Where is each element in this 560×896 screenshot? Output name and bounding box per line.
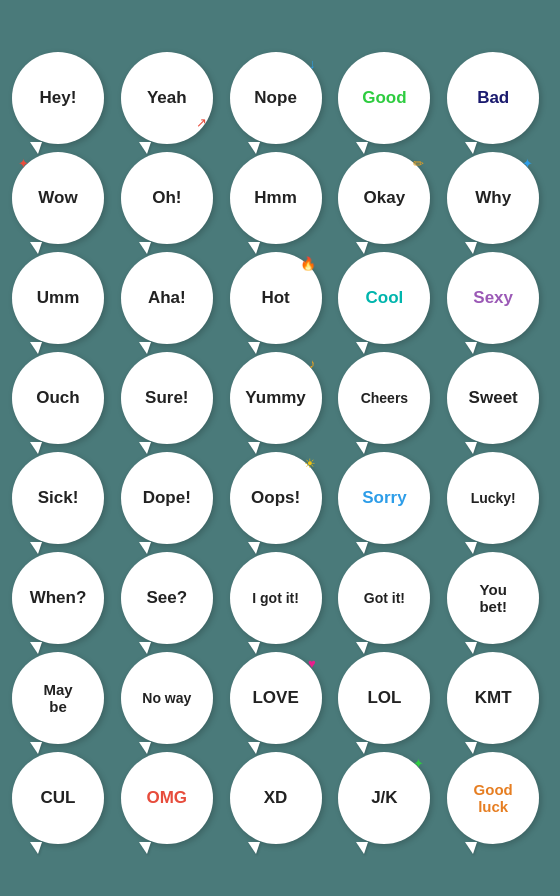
sticker-label: J/K bbox=[371, 788, 397, 808]
sticker-label: Hey! bbox=[40, 88, 77, 108]
sticker-label: LOL bbox=[367, 688, 401, 708]
sticker-bubble[interactable]: CUL bbox=[12, 752, 104, 844]
sticker-label: Yummy bbox=[245, 388, 305, 408]
sticker-bubble[interactable]: Hmm bbox=[230, 152, 322, 244]
sticker-label: CUL bbox=[41, 788, 76, 808]
sticker-deco: ✦ bbox=[18, 156, 29, 171]
sticker-label: Ouch bbox=[36, 388, 79, 408]
sticker-bubble[interactable]: Ouch bbox=[12, 352, 104, 444]
sticker-bubble[interactable]: See? bbox=[121, 552, 213, 644]
sticker-bubble[interactable]: Sweet bbox=[447, 352, 539, 444]
sticker-label: Oh! bbox=[152, 188, 181, 208]
sticker-bubble[interactable]: Yummy♪ bbox=[230, 352, 322, 444]
sticker-bubble[interactable]: Good bbox=[338, 52, 430, 144]
sticker-bubble[interactable]: Dope! bbox=[121, 452, 213, 544]
sticker-deco: ↓ bbox=[309, 56, 316, 71]
sticker-bubble[interactable]: Hey! bbox=[12, 52, 104, 144]
sticker-label: Yeah bbox=[147, 88, 187, 108]
sticker-label: Oops! bbox=[251, 488, 300, 508]
sticker-label: Sexy bbox=[473, 288, 513, 308]
sticker-label: Sick! bbox=[38, 488, 79, 508]
sticker-bubble[interactable]: Sick! bbox=[12, 452, 104, 544]
sticker-label: Maybe bbox=[43, 681, 72, 716]
sticker-label: Cheers bbox=[361, 390, 408, 406]
sticker-label: OMG bbox=[146, 788, 187, 808]
sticker-label: Hot bbox=[261, 288, 289, 308]
sticker-bubble[interactable]: Lucky! bbox=[447, 452, 539, 544]
sticker-label: Goodluck bbox=[474, 781, 513, 816]
sticker-label: See? bbox=[146, 588, 187, 608]
sticker-bubble[interactable]: KMT bbox=[447, 652, 539, 744]
sticker-label: Got it! bbox=[364, 590, 405, 606]
sticker-bubble[interactable]: Aha! bbox=[121, 252, 213, 344]
sticker-label: Sorry bbox=[362, 488, 406, 508]
sticker-label: Bad bbox=[477, 88, 509, 108]
sticker-bubble[interactable]: Yeah↗ bbox=[121, 52, 213, 144]
sticker-bubble[interactable]: Bad bbox=[447, 52, 539, 144]
sticker-bubble[interactable]: Wow✦ bbox=[12, 152, 104, 244]
sticker-bubble[interactable]: Cool bbox=[338, 252, 430, 344]
sticker-bubble[interactable]: Goodluck bbox=[447, 752, 539, 844]
sticker-label: Okay bbox=[364, 188, 406, 208]
sticker-bubble[interactable]: Maybe bbox=[12, 652, 104, 744]
sticker-deco: ☀ bbox=[304, 456, 316, 471]
sticker-bubble[interactable]: I got it! bbox=[230, 552, 322, 644]
sticker-label: Good bbox=[362, 88, 406, 108]
sticker-label: KMT bbox=[475, 688, 512, 708]
sticker-label: Umm bbox=[37, 288, 80, 308]
sticker-label: Wow bbox=[38, 188, 77, 208]
sticker-label: LOVE bbox=[252, 688, 298, 708]
sticker-bubble[interactable]: Sexy bbox=[447, 252, 539, 344]
sticker-label: Aha! bbox=[148, 288, 186, 308]
sticker-bubble[interactable]: Nope↓ bbox=[230, 52, 322, 144]
sticker-label: Hmm bbox=[254, 188, 297, 208]
sticker-label: Cool bbox=[366, 288, 404, 308]
sticker-deco: ♪ bbox=[309, 356, 316, 371]
sticker-label: When? bbox=[30, 588, 87, 608]
sticker-deco: ✦ bbox=[413, 756, 424, 771]
sticker-bubble[interactable]: LOVE♥ bbox=[230, 652, 322, 744]
sticker-bubble[interactable]: Oops!☀ bbox=[230, 452, 322, 544]
sticker-bubble[interactable]: Okay✏ bbox=[338, 152, 430, 244]
sticker-bubble[interactable]: Sure! bbox=[121, 352, 213, 444]
sticker-deco: 🔥 bbox=[300, 256, 316, 271]
sticker-label: Youbet! bbox=[479, 581, 507, 616]
sticker-label: Why bbox=[475, 188, 511, 208]
sticker-bubble[interactable]: Youbet! bbox=[447, 552, 539, 644]
sticker-deco: ♥ bbox=[308, 656, 316, 671]
sticker-bubble[interactable]: Umm bbox=[12, 252, 104, 344]
sticker-bubble[interactable]: No way bbox=[121, 652, 213, 744]
sticker-bubble[interactable]: Cheers bbox=[338, 352, 430, 444]
sticker-bubble[interactable]: Got it! bbox=[338, 552, 430, 644]
sticker-label: Sure! bbox=[145, 388, 188, 408]
sticker-label: Nope bbox=[254, 88, 297, 108]
sticker-bubble[interactable]: Hot🔥 bbox=[230, 252, 322, 344]
sticker-deco: ✏ bbox=[413, 156, 424, 171]
sticker-label: XD bbox=[264, 788, 288, 808]
sticker-bubble[interactable]: J/K✦ bbox=[338, 752, 430, 844]
sticker-bubble[interactable]: Why✦ bbox=[447, 152, 539, 244]
sticker-bubble[interactable]: Oh! bbox=[121, 152, 213, 244]
sticker-bubble[interactable]: XD bbox=[230, 752, 322, 844]
sticker-grid: Hey!Yeah↗Nope↓GoodBadWow✦Oh!HmmOkay✏Why✦… bbox=[0, 40, 560, 856]
sticker-bubble[interactable]: LOL bbox=[338, 652, 430, 744]
sticker-label: No way bbox=[142, 690, 191, 706]
sticker-label: Lucky! bbox=[471, 490, 516, 506]
sticker-bubble[interactable]: Sorry bbox=[338, 452, 430, 544]
sticker-label: I got it! bbox=[252, 590, 299, 606]
sticker-label: Sweet bbox=[469, 388, 518, 408]
sticker-label: Dope! bbox=[143, 488, 191, 508]
sticker-deco: ↗ bbox=[196, 115, 207, 130]
sticker-bubble[interactable]: When? bbox=[12, 552, 104, 644]
sticker-deco: ✦ bbox=[522, 156, 533, 171]
sticker-bubble[interactable]: OMG bbox=[121, 752, 213, 844]
